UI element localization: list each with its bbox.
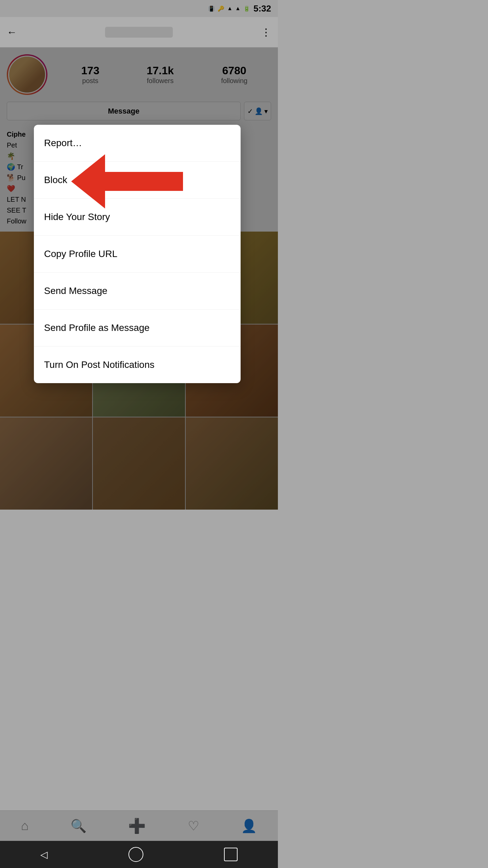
red-arrow-annotation [71, 154, 183, 209]
notifications-label: Turn On Post Notifications [44, 359, 155, 370]
menu-item-send-profile[interactable]: Send Profile as Message [34, 310, 241, 347]
menu-item-notifications[interactable]: Turn On Post Notifications [34, 347, 241, 383]
copy-url-label: Copy Profile URL [44, 249, 117, 259]
arrow-head [71, 154, 105, 209]
menu-item-copy-url[interactable]: Copy Profile URL [34, 236, 241, 273]
report-label: Report… [44, 138, 82, 149]
send-message-label: Send Message [44, 285, 107, 296]
send-profile-label: Send Profile as Message [44, 322, 149, 333]
menu-item-send-message[interactable]: Send Message [34, 273, 241, 310]
arrow-body [105, 172, 183, 191]
block-label: Block [44, 175, 67, 185]
hide-story-label: Hide Your Story [44, 212, 110, 222]
